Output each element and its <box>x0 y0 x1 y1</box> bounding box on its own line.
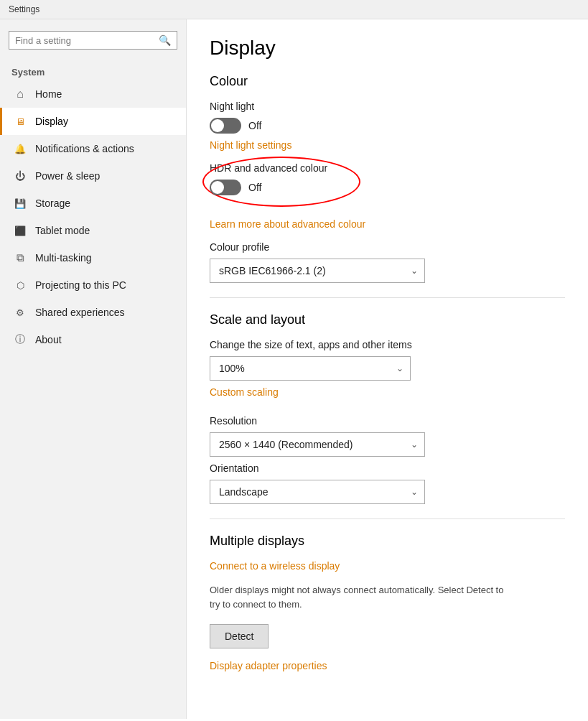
multitasking-icon <box>14 251 27 264</box>
main-content: Display Colour Night light Off Night lig… <box>187 19 588 719</box>
colour-profile-select[interactable]: sRGB IEC61966-2.1 (2) <box>210 259 425 283</box>
sidebar-item-multitasking[interactable]: Multi-tasking <box>0 244 186 271</box>
sidebar-item-display[interactable]: Display <box>0 108 186 135</box>
size-select[interactable]: 100% 125% 150% 175% <box>210 356 411 381</box>
search-input[interactable] <box>15 35 159 46</box>
sidebar-item-notifications[interactable]: Notifications & actions <box>0 135 186 162</box>
sidebar-item-label-about: About <box>35 334 62 345</box>
sidebar-item-label-display: Display <box>35 116 68 127</box>
hdr-toggle-row: Off <box>210 180 565 195</box>
about-icon <box>14 333 27 346</box>
app-title: Settings <box>9 4 39 14</box>
hdr-toggle[interactable] <box>210 180 241 195</box>
sidebar-item-label-home: Home <box>35 88 62 100</box>
sidebar-item-label-projecting: Projecting to this PC <box>35 279 126 291</box>
scale-layout-heading: Scale and layout <box>210 312 565 327</box>
sidebar-item-label-multitasking: Multi-tasking <box>35 252 92 264</box>
sidebar-item-home[interactable]: Home <box>0 80 186 108</box>
night-light-state: Off <box>248 120 261 131</box>
sidebar-item-tablet[interactable]: Tablet mode <box>0 217 186 244</box>
sidebar-item-power[interactable]: Power & sleep <box>0 162 186 190</box>
page-title: Display <box>210 37 565 60</box>
sidebar-item-storage[interactable]: Storage <box>0 190 186 217</box>
sidebar-item-label-storage: Storage <box>35 197 70 209</box>
sidebar-item-shared[interactable]: Shared experiences <box>0 299 186 326</box>
multiple-displays-description: Older displays might not always connect … <box>210 583 511 611</box>
search-container: 🔍 <box>0 31 186 61</box>
hdr-state: Off <box>248 182 261 193</box>
shared-icon <box>14 306 27 319</box>
connect-wireless-link[interactable]: Connect to a wireless display <box>210 560 340 572</box>
multiple-displays-heading: Multiple displays <box>210 534 565 549</box>
sidebar-item-label-tablet: Tablet mode <box>35 225 90 236</box>
night-light-toggle[interactable] <box>210 118 241 134</box>
divider-1 <box>210 297 565 298</box>
sidebar-item-about[interactable]: About <box>0 326 186 353</box>
orientation-select[interactable]: Landscape Portrait Landscape (flipped) P… <box>210 480 425 504</box>
sidebar: 🔍 System Home Display Notifications & ac… <box>0 19 187 719</box>
display-adapter-link[interactable]: Display adapter properties <box>210 660 327 671</box>
notification-icon <box>14 142 27 155</box>
divider-2 <box>210 518 565 519</box>
resolution-select[interactable]: 2560 × 1440 (Recommended) 1920 × 1080 12… <box>210 432 425 457</box>
sidebar-item-label-power: Power & sleep <box>35 170 100 182</box>
title-bar: Settings <box>0 0 588 19</box>
hdr-section: HDR and advanced colour Off <box>210 162 565 195</box>
detect-button[interactable]: Detect <box>210 624 269 648</box>
custom-scaling-link[interactable]: Custom scaling <box>210 386 279 398</box>
sidebar-item-label-shared: Shared experiences <box>35 307 125 318</box>
sidebar-item-label-notifications: Notifications & actions <box>35 143 134 154</box>
search-box[interactable]: 🔍 <box>9 31 177 50</box>
sidebar-item-projecting[interactable]: Projecting to this PC <box>0 271 186 299</box>
storage-icon <box>14 197 27 210</box>
tablet-icon <box>14 224 27 237</box>
home-icon <box>14 88 27 101</box>
night-light-label: Night light <box>210 101 565 112</box>
orientation-label: Orientation <box>210 462 565 474</box>
search-icon[interactable]: 🔍 <box>159 34 171 46</box>
size-label: Change the size of text, apps and other … <box>210 339 565 350</box>
night-light-toggle-row: Off <box>210 118 565 134</box>
hdr-label: HDR and advanced colour <box>210 162 565 174</box>
power-icon <box>14 169 27 182</box>
display-icon <box>14 115 27 128</box>
resolution-label: Resolution <box>210 415 565 427</box>
night-light-settings-link[interactable]: Night light settings <box>210 139 291 151</box>
colour-profile-dropdown-wrapper: sRGB IEC61966-2.1 (2) ⌄ <box>210 259 425 283</box>
orientation-dropdown-wrapper: Landscape Portrait Landscape (flipped) P… <box>210 480 425 504</box>
system-section-label: System <box>0 61 186 80</box>
colour-profile-label: Colour profile <box>210 241 565 253</box>
resolution-dropdown-wrapper: 2560 × 1440 (Recommended) 1920 × 1080 12… <box>210 432 425 457</box>
colour-section-heading: Colour <box>210 74 565 89</box>
learn-more-link[interactable]: Learn more about advanced colour <box>210 218 565 230</box>
projecting-icon <box>14 279 27 292</box>
size-dropdown-wrapper: 100% 125% 150% 175% ⌄ <box>210 356 411 381</box>
